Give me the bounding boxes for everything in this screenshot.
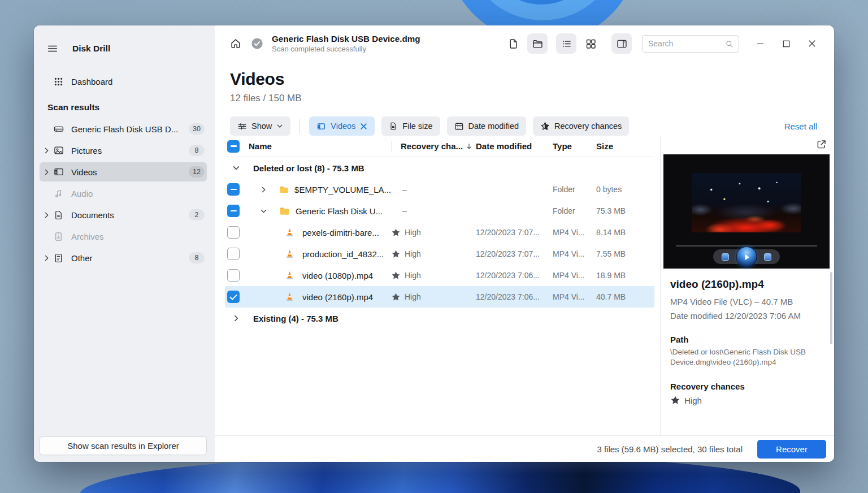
list-view-button[interactable] — [556, 33, 576, 54]
group-label: Deleted or lost (8) - 75.3 MB — [253, 163, 364, 173]
chevron-down-icon[interactable] — [260, 207, 267, 215]
videos-film-icon — [53, 166, 70, 178]
archives-zip-icon — [53, 231, 70, 242]
fullscreen-button[interactable] — [764, 253, 771, 261]
show-in-explorer-button[interactable]: Show scan results in Explorer — [40, 436, 207, 455]
scan-success-icon — [251, 37, 263, 50]
app-title: Disk Drill — [72, 44, 110, 54]
column-header-name[interactable]: Name — [249, 141, 272, 151]
table-row-file[interactable]: production_id_4832... High 12/20/2023 7:… — [225, 243, 654, 265]
hamburger-menu-button[interactable] — [43, 39, 62, 58]
sidebar-item-documents[interactable]: Documents 2 — [40, 205, 207, 224]
reset-all-link[interactable]: Reset all — [784, 122, 817, 131]
row-checkbox-checked[interactable] — [227, 291, 240, 303]
column-header-date[interactable]: Date modified — [476, 141, 532, 151]
grid-view-button[interactable] — [580, 33, 601, 54]
star-icon — [670, 395, 680, 405]
external-link-icon — [815, 139, 827, 150]
recovery-value: – — [402, 185, 407, 194]
recover-button[interactable]: Recover — [757, 440, 826, 459]
maximize-button[interactable] — [773, 33, 799, 54]
table-row-folder[interactable]: Generic Flash Disk U... – Folder 75.3 MB — [225, 200, 654, 222]
chevron-right-icon[interactable] — [260, 186, 267, 193]
row-checkbox[interactable] — [227, 226, 240, 239]
stop-button[interactable] — [722, 253, 729, 261]
search-input[interactable] — [648, 39, 724, 48]
other-file-icon — [53, 253, 70, 263]
file-size-filter-chip[interactable]: File size — [381, 116, 440, 136]
chevron-right-icon[interactable] — [232, 314, 241, 322]
details-scrollbar[interactable] — [830, 272, 832, 344]
sidebar-item-videos[interactable]: Videos 12 — [40, 162, 207, 181]
home-button[interactable] — [226, 34, 245, 53]
sidebar-item-pictures[interactable]: Pictures 8 — [40, 141, 207, 160]
date-value: 12/20/2023 7:07... — [476, 228, 540, 237]
chevron-right-icon[interactable] — [40, 211, 53, 219]
select-all-checkbox[interactable] — [227, 140, 240, 153]
table-row-file[interactable]: pexels-dimitri-bare... High 12/20/2023 7… — [225, 222, 654, 243]
play-button[interactable] — [736, 246, 757, 267]
table-row-folder[interactable]: $EMPTY_VOLUME_LA... – Folder 0 bytes — [225, 179, 654, 200]
documents-icon — [53, 210, 70, 220]
table-row-file-selected[interactable]: video (2160p).mp4 High 12/20/2023 7:06..… — [225, 286, 654, 308]
column-header-type[interactable]: Type — [553, 141, 572, 151]
size-value: 8.14 MB — [596, 228, 626, 237]
new-session-button[interactable] — [503, 33, 523, 54]
page-header: Videos 12 files / 150 MB Show Videos Fil… — [215, 62, 834, 136]
video-player[interactable] — [663, 154, 830, 269]
show-filter-dropdown[interactable]: Show — [230, 116, 290, 136]
row-checkbox[interactable] — [227, 269, 240, 282]
sidebar-item-device[interactable]: Generic Flash Disk USB D... 30 — [40, 119, 207, 139]
remove-filter-icon[interactable] — [360, 123, 367, 130]
column-header-recovery[interactable]: Recovery cha... — [401, 141, 463, 151]
sidebar-item-label: Generic Flash Disk USB D... — [70, 124, 189, 134]
folder-view-button[interactable] — [527, 33, 548, 54]
sidebar-item-archives[interactable]: Archives — [40, 227, 207, 246]
videos-filter-chip[interactable]: Videos — [309, 116, 375, 136]
recovery-value: High — [405, 249, 421, 258]
group-row-existing[interactable]: Existing (4) - 75.3 MB — [225, 308, 654, 329]
home-icon — [229, 37, 242, 50]
detail-file-name: video (2160p).mp4 — [670, 278, 823, 291]
page-summary: 12 files / 150 MB — [230, 93, 817, 104]
chevron-right-icon[interactable] — [40, 254, 53, 262]
size-value: 75.3 MB — [596, 206, 626, 215]
scan-title-block: Generic Flash Disk USB Device.dmg Scan c… — [272, 34, 420, 53]
folder-name: $EMPTY_VOLUME_LA... — [294, 185, 391, 194]
file-name: production_id_4832... — [302, 249, 384, 259]
selection-status-text: 3 files (59.6 MB) selected, 30 files tot… — [597, 444, 743, 454]
maximize-icon — [783, 40, 790, 47]
sidebar-item-audio[interactable]: Audio — [40, 184, 207, 203]
row-checkbox-indeterminate[interactable] — [227, 205, 240, 217]
open-external-button[interactable] — [815, 139, 827, 150]
type-value: MP4 Vi... — [553, 292, 585, 301]
search-box[interactable] — [642, 35, 739, 53]
preview-panel-toggle-button[interactable] — [611, 33, 632, 54]
chevron-down-icon[interactable] — [232, 164, 241, 172]
group-row-deleted[interactable]: Deleted or lost (8) - 75.3 MB — [225, 157, 654, 179]
vlc-cone-icon — [284, 292, 295, 302]
count-badge: 12 — [189, 166, 205, 178]
filter-divider — [300, 119, 300, 133]
vlc-cone-icon — [284, 249, 295, 260]
file-size-icon — [389, 122, 398, 131]
minimize-button[interactable] — [747, 33, 773, 54]
recovery-chances-filter-chip[interactable]: Recovery chances — [533, 116, 629, 136]
detail-recovery-value: High — [684, 396, 702, 405]
close-button[interactable] — [799, 33, 825, 54]
row-checkbox[interactable] — [227, 248, 240, 260]
table-row-file[interactable]: video (1080p).mp4 High 12/20/2023 7:06..… — [225, 265, 654, 286]
sidebar-item-other[interactable]: Other 8 — [40, 248, 207, 267]
date-modified-filter-chip[interactable]: Date modified — [447, 116, 526, 136]
sidebar-item-label: Audio — [70, 189, 207, 198]
sidebar-item-dashboard[interactable]: Dashboard — [40, 72, 207, 91]
row-checkbox-indeterminate[interactable] — [227, 183, 240, 196]
folder-yellow-icon — [279, 205, 290, 217]
sidebar-header: Disk Drill — [34, 25, 215, 64]
content-row: Name Recovery cha... Date modified Type … — [215, 136, 834, 435]
side-panel-icon — [616, 38, 628, 50]
column-header-size[interactable]: Size — [596, 141, 613, 151]
chevron-right-icon[interactable] — [40, 147, 53, 154]
chevron-right-icon[interactable] — [40, 168, 53, 176]
star-icon — [391, 271, 401, 280]
